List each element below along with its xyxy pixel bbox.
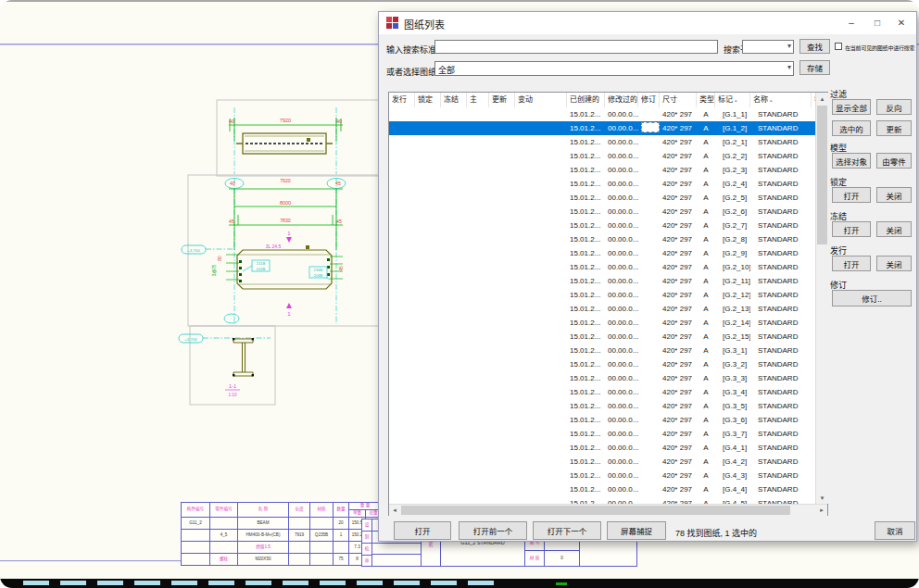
table-row[interactable]: 15.01.2...00.00.0...420* 297A[G.3_5]STAN… bbox=[389, 399, 815, 413]
drawing-settings-dropdown[interactable]: 全部 ▾ bbox=[434, 61, 794, 76]
open-previous-button[interactable]: 打开前一个 bbox=[459, 521, 527, 540]
cell: 00.00.0... bbox=[605, 316, 638, 330]
table-row[interactable]: 15.01.2...00.00.0...420* 297A[G.2_15]STA… bbox=[389, 330, 815, 344]
scroll-up-icon[interactable]: ▴ bbox=[816, 93, 828, 105]
cell bbox=[467, 469, 489, 482]
table-row[interactable]: 15.01.2...00.00.0...420* 297A[G.3_4]STAN… bbox=[389, 385, 815, 399]
cell: 420* 297 bbox=[660, 344, 697, 357]
col-master[interactable]: 主 bbox=[467, 93, 489, 107]
cell: STANDARD bbox=[750, 482, 812, 496]
lock-off-button[interactable]: 关闭 bbox=[876, 187, 912, 203]
table-row[interactable]: 15.01.2...00.00.0...420* 297A[G.2_8]STAN… bbox=[389, 232, 815, 246]
freeze-on-button[interactable]: 打开 bbox=[832, 221, 871, 237]
table-row[interactable]: 15.01.2...00.00.0...420* 297A[G.3_6]STAN… bbox=[389, 413, 815, 427]
save-button[interactable]: 存储 bbox=[799, 60, 830, 75]
col-update[interactable]: 更新 bbox=[489, 93, 515, 107]
freeze-off-button[interactable]: 关闭 bbox=[876, 221, 912, 237]
issue-off-button[interactable]: 关闭 bbox=[876, 256, 912, 271]
col-lock[interactable]: 锁定 bbox=[415, 93, 441, 107]
cell bbox=[415, 274, 441, 288]
table-row[interactable]: 15.01.2...00.00.0...420* 297A[G.1_2]STAN… bbox=[389, 121, 815, 135]
search-in-dropdown[interactable]: ▾ bbox=[742, 40, 794, 54]
open-next-button[interactable]: 打开下一个 bbox=[533, 521, 601, 540]
table-row[interactable]: 15.01.2...00.00.0...420* 297A[G.1_1]STAN… bbox=[389, 107, 815, 121]
horizontal-scroll-thumb[interactable] bbox=[401, 506, 790, 515]
horizontal-scrollbar[interactable]: ◂ ▸ bbox=[389, 504, 827, 516]
col-size[interactable]: 尺寸 bbox=[660, 93, 697, 107]
col-modified[interactable]: 修改过的 bbox=[605, 93, 638, 107]
table-row[interactable]: 15.01.2...00.00.0...420* 297A[G.4_4]STAN… bbox=[389, 482, 815, 496]
find-button[interactable]: 查找 bbox=[799, 39, 830, 54]
table-row[interactable]: 15.01.2...00.00.0...420* 297A[G.2_4]STAN… bbox=[389, 177, 815, 191]
cell: 00.00.0... bbox=[605, 330, 638, 344]
vertical-scrollbar[interactable]: ▴ ▾ bbox=[815, 93, 828, 504]
table-row[interactable]: 15.01.2...00.00.0...420* 297A[G.2_2]STAN… bbox=[389, 149, 815, 163]
table-row[interactable]: 15.01.2...00.00.0...420* 297A[G.2_10]STA… bbox=[389, 260, 815, 274]
cell: [G.2_9] bbox=[715, 246, 750, 260]
issue-on-button[interactable]: 打开 bbox=[832, 256, 871, 271]
col-mark[interactable]: 标记▴ bbox=[715, 93, 750, 107]
table-row[interactable]: 15.01.2...00.00.0...420* 297A[G.3_3]STAN… bbox=[389, 371, 815, 385]
scroll-right-icon[interactable]: ▸ bbox=[816, 505, 827, 516]
table-row[interactable]: 15.01.2...00.00.0...420* 297A[G.2_14]STA… bbox=[389, 316, 815, 330]
open-button[interactable]: 打开 bbox=[394, 521, 451, 540]
vertical-scroll-thumb[interactable] bbox=[817, 106, 827, 244]
table-row[interactable]: 15.01.2...00.00.0...420* 297A[G.4_2]STAN… bbox=[389, 455, 815, 469]
cancel-button[interactable]: 取消 bbox=[875, 521, 915, 540]
model-by-parts-button[interactable]: 由零件 bbox=[876, 153, 912, 169]
snapshot-button[interactable]: 屏幕捕捉 bbox=[607, 521, 666, 540]
model-select-objects-button[interactable]: 选择对象 bbox=[832, 153, 871, 169]
col-created[interactable]: 已创建的 bbox=[567, 93, 605, 107]
cell: [G.4_4] bbox=[715, 482, 750, 496]
filter-update-button[interactable]: 更新 bbox=[876, 120, 912, 136]
table-row[interactable]: 15.01.2...00.00.0...420* 297A[G.2_6]STAN… bbox=[389, 205, 815, 219]
table-row[interactable]: 15.01.2...00.00.0...420* 297A[G.4_1]STAN… bbox=[389, 441, 815, 455]
cell bbox=[467, 288, 489, 302]
maximize-icon[interactable]: □ bbox=[864, 12, 890, 34]
revision-button[interactable]: 修订.. bbox=[832, 290, 912, 307]
revision-edit-box[interactable] bbox=[641, 122, 660, 132]
scroll-down-icon[interactable]: ▾ bbox=[816, 492, 828, 504]
table-row[interactable]: 15.01.2...00.00.0...420* 297A[G.2_7]STAN… bbox=[389, 219, 815, 232]
cell: 00.00.0... bbox=[605, 344, 638, 357]
minimize-icon[interactable]: – bbox=[838, 12, 864, 34]
cell bbox=[489, 260, 515, 274]
cell bbox=[441, 205, 467, 219]
col-freeze[interactable]: 冻结 bbox=[441, 93, 467, 107]
col-revision[interactable]: 修订 bbox=[638, 93, 660, 107]
cell bbox=[515, 413, 567, 427]
col-change[interactable]: 变动 bbox=[515, 93, 567, 107]
filter-invert-button[interactable]: 反向 bbox=[876, 99, 912, 115]
table-row[interactable]: 15.01.2...00.00.0...420* 297A[G.2_9]STAN… bbox=[389, 246, 815, 260]
table-row[interactable]: 15.01.2...00.00.0...420* 297A[G.3_2]STAN… bbox=[389, 357, 815, 371]
close-icon[interactable]: ✕ bbox=[888, 12, 914, 34]
table-row[interactable]: 15.01.2...00.00.0...420* 297A[G.2_13]STA… bbox=[389, 302, 815, 316]
table-row[interactable]: 15.01.2...00.00.0...420* 297A[G.2_5]STAN… bbox=[389, 191, 815, 205]
table-row[interactable]: 15.01.2...00.00.0...420* 297A[G.4_3]STAN… bbox=[389, 469, 815, 482]
search-visible-checkbox[interactable] bbox=[835, 43, 842, 50]
table-row[interactable]: 15.01.2...00.00.0...420* 297A[G.3_7]STAN… bbox=[389, 427, 815, 441]
cell bbox=[489, 441, 515, 455]
table-row[interactable]: 15.01.2...00.00.0...420* 297A[G.2_1]STAN… bbox=[389, 135, 815, 149]
table-row[interactable]: 15.01.2...00.00.0...420* 297A[G.3_1]STAN… bbox=[389, 344, 815, 357]
col-issue[interactable]: 发行 bbox=[389, 93, 415, 107]
scroll-left-icon[interactable]: ◂ bbox=[389, 505, 400, 516]
table-row[interactable]: 15.01.2...00.00.0...420* 297A[G.2_12]STA… bbox=[389, 288, 815, 302]
cell bbox=[441, 288, 467, 302]
drawing-table-header[interactable]: 发行 锁定 冻结 主 更新 变动 已创建的 修改过的 修订 尺寸 类型 标记▴ … bbox=[389, 93, 815, 108]
filter-selected-button[interactable]: 选中的 bbox=[832, 120, 871, 136]
col-name[interactable]: 名称▴ bbox=[750, 93, 812, 107]
bom-cell: M20X50 bbox=[238, 554, 289, 566]
search-input[interactable] bbox=[434, 40, 718, 54]
filter-show-all-button[interactable]: 显示全部 bbox=[832, 99, 871, 115]
dialog-title-bar[interactable]: 图纸列表 – □ ✕ bbox=[379, 12, 916, 34]
col-type[interactable]: 类型 bbox=[697, 93, 715, 107]
cell: A bbox=[697, 232, 715, 246]
cell bbox=[467, 441, 489, 455]
table-row[interactable]: 15.01.2...00.00.0...420* 297A[G.2_11]STA… bbox=[389, 274, 815, 288]
table-row[interactable]: 15.01.2...00.00.0...420* 297A[G.4_5]STAN… bbox=[389, 496, 815, 504]
search-criteria-label: 输入搜索标准: bbox=[386, 44, 439, 56]
table-row[interactable]: 15.01.2...00.00.0...420* 297A[G.2_3]STAN… bbox=[389, 163, 815, 177]
cell: 420* 297 bbox=[660, 482, 697, 496]
lock-on-button[interactable]: 打开 bbox=[832, 187, 871, 203]
